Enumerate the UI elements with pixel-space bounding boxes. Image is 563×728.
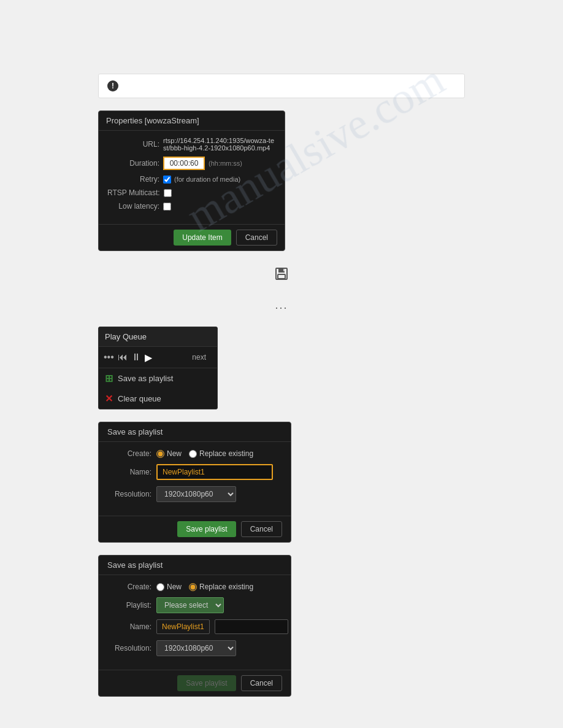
sap-create-label: Create:	[109, 449, 151, 458]
retry-checkbox[interactable]	[163, 176, 171, 184]
sap-name-input[interactable]	[156, 464, 273, 480]
radio-replace-label: Replace existing	[199, 449, 253, 458]
svg-rect-3	[283, 269, 285, 271]
save-as-playlist-label: Save as playlist	[118, 374, 173, 383]
sap-resolution-label-2: Resolution:	[109, 644, 151, 652]
save-playlist-button-replace[interactable]: Save playlist	[177, 675, 236, 691]
low-latency-checkbox[interactable]	[163, 203, 171, 211]
save-icon	[275, 267, 288, 281]
next-label: next	[186, 350, 212, 364]
duration-label: Duration:	[107, 159, 159, 168]
ctrl-dots: •••	[104, 352, 114, 363]
save-icon-container	[98, 263, 465, 284]
sap-resolution-select[interactable]: 1920x1080p601280x720p601920x1080p30	[156, 486, 236, 502]
url-label: URL:	[107, 140, 159, 149]
save-playlist-replace-dialog: Save as playlist Create: New Replace exi…	[98, 555, 291, 697]
dialog-title: Properties [wowzaStream]	[99, 111, 285, 131]
sap-resolution-label: Resolution:	[109, 490, 151, 498]
radio-new[interactable]: New	[156, 449, 182, 458]
cancel-button-props[interactable]: Cancel	[236, 230, 277, 246]
radio-replace[interactable]: Replace existing	[189, 449, 253, 458]
rtsp-label: RTSP Multicast:	[107, 188, 160, 197]
clear-queue-icon: ✕	[105, 393, 113, 405]
play-queue-header: Play Queue	[99, 327, 217, 347]
clear-queue-menu-item[interactable]: ✕ Clear queue	[99, 389, 217, 409]
rtsp-checkbox[interactable]	[164, 189, 172, 197]
update-item-button[interactable]: Update Item	[174, 230, 231, 246]
low-latency-label: Low latency:	[107, 202, 159, 211]
duration-hint: (hh:mm:ss)	[209, 160, 242, 167]
url-value: rtsp://164.254.11.240:1935/wowza-test/bb…	[163, 137, 276, 152]
duration-input[interactable]	[163, 157, 205, 170]
radio-new-label-2: New	[167, 583, 182, 591]
save-as-playlist-menu-item[interactable]: ⊞ Save as playlist	[99, 368, 217, 389]
sap-create-label-2: Create:	[109, 583, 151, 591]
retry-text: (for duration of media)	[174, 176, 240, 183]
properties-dialog: Properties [wowzaStream] URL: rtsp://164…	[98, 110, 285, 251]
radio-new-label: New	[167, 449, 182, 458]
save-playlist-icon: ⊞	[105, 373, 113, 384]
retry-label: Retry:	[107, 175, 159, 184]
radio-replace-2[interactable]: Replace existing	[189, 583, 253, 591]
sap-replace-title: Save as playlist	[99, 556, 291, 575]
dots: ...	[98, 296, 465, 314]
sap-name-label-2: Name:	[109, 622, 151, 631]
alert-icon: !	[107, 80, 118, 91]
cancel-button-sap-replace[interactable]: Cancel	[241, 675, 282, 691]
alert-bar: !	[98, 74, 465, 98]
radio-replace-label-2: Replace existing	[199, 583, 253, 591]
sap-playlist-select[interactable]: Please select...	[156, 597, 224, 613]
sap-resolution-select-2[interactable]: 1920x1080p601280x720p601920x1080p30	[156, 640, 236, 656]
sap-name-label: Name:	[109, 468, 151, 476]
ctrl-stop[interactable]: ⏸	[131, 352, 141, 363]
ctrl-prev[interactable]: ⏮	[118, 352, 128, 363]
cancel-button-sap-new[interactable]: Cancel	[241, 521, 282, 537]
radio-new-2[interactable]: New	[156, 583, 182, 591]
svg-rect-2	[278, 274, 285, 279]
sap-playlist-label: Playlist:	[109, 601, 151, 610]
ctrl-play[interactable]: ▶	[145, 352, 152, 363]
save-playlist-new-dialog: Save as playlist Create: New Replace exi…	[98, 422, 291, 543]
play-queue-container: Play Queue ••• ⏮ ⏸ ▶ next ⊞ Save as play…	[98, 327, 218, 409]
sap-name-extra-input[interactable]	[215, 619, 288, 634]
clear-queue-label: Clear queue	[118, 394, 161, 403]
save-playlist-button-new[interactable]: Save playlist	[177, 521, 236, 537]
sap-new-title: Save as playlist	[99, 422, 291, 442]
name-display: NewPlaylist1	[156, 619, 210, 634]
play-queue-controls: ••• ⏮ ⏸ ▶ next	[99, 347, 217, 368]
